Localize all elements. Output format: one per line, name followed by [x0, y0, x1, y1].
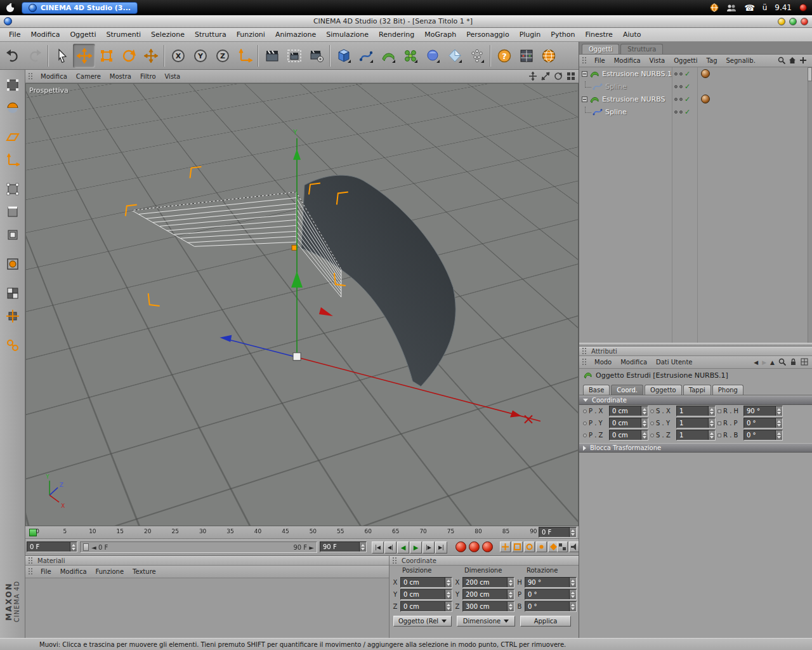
redo-button[interactable] — [23, 44, 46, 68]
users-icon[interactable] — [726, 4, 737, 12]
tree-row-spline-1[interactable]: Spline ✓ — [579, 80, 812, 93]
dim-z-field[interactable]: 300 cm — [462, 601, 514, 612]
px-field[interactable]: 0 cm — [609, 406, 648, 416]
stepper-icon[interactable] — [569, 602, 576, 611]
stepper-icon[interactable] — [507, 602, 514, 611]
om-menu-modifica[interactable]: Modifica — [610, 57, 645, 64]
stepper-icon[interactable] — [708, 406, 715, 416]
vp-menu-vista[interactable]: Vista — [160, 73, 185, 80]
key-position-toggle[interactable] — [500, 541, 511, 552]
om-menu-file[interactable]: File — [590, 57, 610, 64]
render-visibility-dot[interactable] — [679, 72, 683, 76]
render-settings-button[interactable] — [305, 44, 327, 68]
menu-mograph[interactable]: MoGraph — [419, 29, 461, 40]
tab-oggetti[interactable]: Oggetti — [582, 44, 619, 54]
menu-strumenti[interactable]: Strumenti — [101, 29, 146, 40]
stepper-icon[interactable] — [359, 542, 366, 552]
mat-menu-file[interactable]: File — [36, 568, 56, 575]
am-layout-icon[interactable] — [801, 358, 808, 367]
current-frame-field[interactable]: 0 F — [27, 541, 77, 552]
render-visibility-dot[interactable] — [679, 85, 683, 88]
solo-mode-icon[interactable] — [557, 541, 568, 552]
om-search-icon[interactable] — [778, 56, 785, 65]
keyframe-dot-icon[interactable] — [650, 421, 654, 425]
nav-up-icon[interactable]: ▲ — [770, 359, 775, 366]
lock-x-axis-button[interactable]: X — [167, 44, 189, 68]
menu-personaggio[interactable]: Personaggio — [461, 29, 514, 40]
tab-struttura[interactable]: Struttura — [620, 44, 663, 54]
material-tag-icon[interactable] — [701, 69, 710, 78]
collapse-expander-icon[interactable] — [582, 71, 587, 77]
next-frame-button[interactable]: |▶ — [422, 541, 435, 554]
stepper-icon[interactable] — [569, 590, 576, 599]
lock-y-axis-button[interactable]: Y — [189, 44, 211, 68]
animation-mode-button[interactable] — [3, 254, 23, 274]
tab-tappi[interactable]: Tappi — [683, 385, 711, 395]
add-spline-button[interactable] — [355, 44, 377, 68]
coordinate-system-button[interactable] — [233, 44, 256, 68]
minimize-button[interactable] — [778, 18, 785, 25]
apple-icon[interactable] — [5, 3, 15, 13]
lock-z-axis-button[interactable]: Z — [211, 44, 233, 68]
stepper-icon[interactable] — [445, 590, 452, 599]
scale-tool-button[interactable] — [95, 44, 117, 68]
coordinates-header[interactable]: Coordinate — [390, 556, 579, 566]
input-language-indicator[interactable]: ü — [763, 3, 768, 12]
menu-struttura[interactable]: Struttura — [190, 29, 232, 40]
menu-plugin[interactable]: Plugin — [514, 29, 546, 40]
editor-visibility-dot[interactable] — [674, 85, 678, 88]
menu-oggetti[interactable]: Oggetti — [65, 29, 101, 40]
om-add-icon[interactable] — [799, 56, 807, 65]
keyframe-dot-icon[interactable] — [650, 409, 654, 413]
tab-oggetto[interactable]: Oggetto — [645, 385, 682, 395]
kinematics-mode-button[interactable] — [3, 335, 23, 355]
coordinate-section-header[interactable]: Coordinate — [579, 395, 812, 405]
add-nurbs-button[interactable] — [377, 44, 399, 68]
tab-coord[interactable]: Coord. — [611, 385, 643, 395]
coordinate-mode-dropdown[interactable]: Oggetto (Rel — [393, 616, 452, 627]
rh-field[interactable]: 90 ° — [743, 406, 783, 416]
om-menu-vista[interactable]: Vista — [645, 57, 670, 64]
add-deformer-button[interactable] — [421, 44, 443, 68]
add-particles-button[interactable] — [466, 44, 488, 68]
autokeying-button[interactable] — [469, 541, 480, 552]
go-to-end-button[interactable]: ▶| — [435, 541, 447, 554]
key-scale-toggle[interactable] — [512, 541, 523, 552]
render-visibility-dot[interactable] — [679, 98, 683, 101]
network-globe-icon[interactable] — [710, 3, 719, 12]
keyframe-square-icon[interactable] — [717, 421, 721, 425]
slider-right-arrow-icon[interactable]: ► — [309, 544, 314, 551]
render-region-button[interactable] — [283, 44, 305, 68]
panel-grip-icon[interactable] — [28, 557, 34, 565]
stepper-icon[interactable] — [507, 590, 514, 599]
om-menu-tag[interactable]: Tag — [702, 57, 722, 64]
timeline-ruler[interactable]: 051015202530354045505560657075808590 0 F — [25, 526, 579, 539]
mat-menu-modifica[interactable]: Modifica — [56, 568, 91, 575]
pan-view-icon[interactable] — [528, 71, 538, 81]
editor-visibility-dot[interactable] — [674, 110, 678, 114]
object-tree[interactable]: Estrusione NURBS.1 ✓ Spline ✓ Estrusione… — [579, 67, 812, 343]
workplane-mode-button[interactable] — [3, 127, 23, 147]
menu-animazione[interactable]: Animazione — [270, 29, 321, 40]
end-frame-field[interactable]: 90 F — [320, 541, 367, 552]
am-menu-dati-utente[interactable]: Dati Utente — [652, 359, 697, 366]
keyframe-square-icon[interactable] — [717, 434, 721, 437]
render-view-button[interactable] — [261, 44, 283, 68]
panel-grip-icon[interactable] — [28, 72, 34, 81]
am-menu-modo[interactable]: Modo — [590, 359, 616, 366]
stepper-icon[interactable] — [445, 578, 452, 587]
vp-menu-modifica[interactable]: Modifica — [36, 73, 72, 80]
model-mode-button[interactable] — [3, 98, 23, 118]
add-modeling-object-button[interactable] — [399, 44, 421, 68]
play-backward-button[interactable]: ◀ — [397, 541, 409, 554]
move-tool-button[interactable] — [73, 44, 95, 68]
stepper-icon[interactable] — [775, 406, 782, 416]
menu-simulazione[interactable]: Simulazione — [321, 29, 374, 40]
add-primitive-button[interactable] — [332, 44, 355, 68]
menu-aiuto[interactable]: Aiuto — [618, 29, 646, 40]
sy-field[interactable]: 1 — [676, 418, 716, 428]
collapse-expander-icon[interactable] — [582, 96, 587, 102]
am-search-icon[interactable] — [778, 358, 786, 367]
xpresso-button[interactable] — [515, 44, 537, 68]
last-used-tool-button[interactable] — [140, 44, 162, 68]
